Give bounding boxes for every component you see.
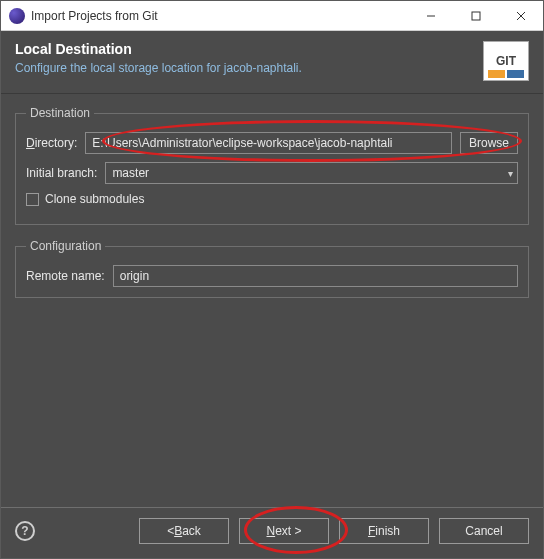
close-icon [516,11,526,21]
maximize-icon [471,11,481,21]
remote-name-input[interactable] [113,265,518,287]
finish-button[interactable]: Finish [339,518,429,544]
directory-row: Directory: Browse [26,132,518,154]
git-badge-icon: GIT [483,41,529,81]
clone-submodules-checkbox[interactable] [26,193,39,206]
wizard-header-text: Local Destination Configure the local st… [15,41,302,75]
chevron-down-icon: ▾ [508,168,513,179]
page-subtitle: Configure the local storage location for… [15,61,302,75]
back-button[interactable]: < Back [139,518,229,544]
clone-submodules-row: Clone submodules [26,192,518,206]
git-badge-label: GIT [496,54,516,68]
remote-name-row: Remote name: [26,265,518,287]
wizard-body: Destination Directory: Browse Initial br… [1,94,543,507]
minimize-icon [426,11,436,21]
help-icon[interactable]: ? [15,521,35,541]
titlebar: Import Projects from Git [1,1,543,31]
eclipse-icon [9,8,25,24]
svg-rect-1 [472,12,480,20]
directory-input[interactable] [85,132,452,154]
wizard-header: Local Destination Configure the local st… [1,31,543,94]
maximize-button[interactable] [453,1,498,30]
window-controls [408,1,543,30]
initial-branch-value: master [112,166,149,180]
cancel-button[interactable]: Cancel [439,518,529,544]
initial-branch-row: Initial branch: master ▾ [26,162,518,184]
next-button[interactable]: Next > [239,518,329,544]
destination-legend: Destination [26,106,94,120]
page-title: Local Destination [15,41,302,57]
configuration-group: Configuration Remote name: [15,239,529,298]
window-title: Import Projects from Git [31,9,408,23]
browse-button[interactable]: Browse [460,132,518,154]
directory-label: Directory: [26,136,77,150]
minimize-button[interactable] [408,1,453,30]
initial-branch-label: Initial branch: [26,166,97,180]
configuration-legend: Configuration [26,239,105,253]
close-button[interactable] [498,1,543,30]
clone-submodules-label: Clone submodules [45,192,144,206]
dialog-window: Import Projects from Git Local Destinati… [0,0,544,559]
initial-branch-select[interactable]: master ▾ [105,162,518,184]
remote-name-label: Remote name: [26,269,105,283]
destination-group: Destination Directory: Browse Initial br… [15,106,529,225]
wizard-buttons: ? < Back Next > Finish Cancel [1,507,543,558]
